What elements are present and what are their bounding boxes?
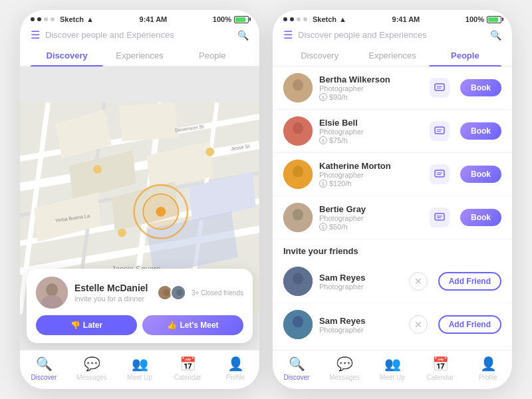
discover-icon-right: 🔍 bbox=[289, 356, 305, 372]
right-phone: Sketch ▲ 9:41 AM 100% ☰ Discover people … bbox=[273, 10, 512, 389]
person-info-bertha: Bertha Wilkerson Photographer $ $90/h bbox=[319, 74, 423, 101]
svg-marker-11 bbox=[118, 102, 178, 141]
person-row-sam1: Sam Reyes Photographer ✕ Add Friend bbox=[273, 260, 512, 303]
hamburger-icon[interactable]: ☰ bbox=[31, 29, 40, 41]
nav-discover-label: Discover bbox=[31, 374, 57, 381]
svg-point-50 bbox=[293, 166, 303, 178]
person-price-bertie: $ $50/h bbox=[319, 223, 423, 231]
battery-pct: 100% bbox=[213, 15, 231, 23]
thumb-up-icon: 👍 bbox=[167, 321, 177, 330]
tab-experiences-right[interactable]: Experiences bbox=[356, 45, 428, 66]
nav-messages-right[interactable]: 💬 Messages bbox=[321, 356, 368, 381]
wifi-icon: ▲ bbox=[339, 15, 346, 23]
nav-messages-label: Messages bbox=[76, 374, 107, 381]
person-info-katherine: Katherine Morton Photographer $ $120/h bbox=[319, 161, 423, 188]
person-info-elsie: Elsie Bell Photographer $ $75/h bbox=[319, 118, 423, 144]
message-button-katherine[interactable] bbox=[430, 164, 450, 184]
book-button-bertie[interactable]: Book bbox=[460, 209, 501, 226]
tab-experiences-left[interactable]: Experiences bbox=[103, 45, 176, 66]
time-label-right: 9:41 AM bbox=[392, 15, 420, 23]
signal-dot bbox=[283, 17, 287, 21]
dismiss-button-sam1[interactable]: ✕ bbox=[409, 272, 428, 291]
message-button-bertha[interactable] bbox=[430, 78, 450, 98]
svg-rect-52 bbox=[435, 170, 444, 177]
search-placeholder-left[interactable]: Discover people and Experiences bbox=[45, 30, 232, 40]
nav-discover-left[interactable]: 🔍 Discover bbox=[20, 356, 68, 381]
tab-people-left[interactable]: People bbox=[176, 45, 249, 66]
nav-profile-left[interactable]: 👤 Profile bbox=[211, 356, 259, 381]
book-button-elsie[interactable]: Book bbox=[460, 122, 501, 140]
svg-point-56 bbox=[293, 209, 303, 221]
person-name-bertie: Bertie Gray bbox=[319, 204, 423, 214]
message-button-bertie[interactable] bbox=[430, 207, 450, 227]
avatar-bertha bbox=[283, 73, 313, 102]
nav-calendar-label-right: Calendar bbox=[427, 374, 454, 381]
later-button[interactable]: 👎 Later bbox=[36, 315, 137, 335]
add-friend-button-sam2[interactable]: Add Friend bbox=[438, 315, 501, 334]
person-card: Estelle McDaniel invite you for a dinner… bbox=[27, 269, 253, 343]
svg-rect-46 bbox=[435, 127, 444, 134]
price-icon: $ bbox=[319, 136, 327, 144]
person-info-bertie: Bertie Gray Photographer $ $50/h bbox=[319, 204, 423, 231]
thumb-down-icon: 👎 bbox=[70, 321, 80, 330]
avatar-elsie bbox=[283, 116, 313, 146]
calendar-icon-right: 📅 bbox=[432, 356, 449, 372]
nav-messages-left[interactable]: 💬 Messages bbox=[68, 356, 116, 381]
status-left: Sketch ▲ bbox=[31, 15, 94, 23]
nav-meetup-left[interactable]: 👥 Meet Up bbox=[116, 356, 164, 381]
nav-profile-label: Profile bbox=[226, 374, 245, 381]
discover-icon: 🔍 bbox=[36, 356, 53, 372]
map-area: Stevenson St Jesse St Yerba Buena La Jes… bbox=[20, 66, 259, 350]
person-name-katherine: Katherine Morton bbox=[319, 161, 423, 171]
price-icon: $ bbox=[319, 93, 327, 101]
nav-messages-label-right: Messages bbox=[329, 374, 360, 381]
status-right-right: 100% bbox=[466, 15, 501, 23]
person-price-elsie: $ $75/h bbox=[319, 136, 423, 144]
search-icon-left[interactable]: 🔍 bbox=[237, 30, 249, 41]
friend-avatar bbox=[170, 285, 186, 301]
person-name-sam1: Sam Reyes bbox=[319, 273, 402, 283]
nav-discover-right[interactable]: 🔍 Discover bbox=[273, 356, 321, 381]
profile-icon: 👤 bbox=[227, 356, 244, 372]
search-icon-right[interactable]: 🔍 bbox=[490, 30, 501, 41]
card-top: Estelle McDaniel invite you for a dinner… bbox=[36, 277, 243, 309]
svg-point-20 bbox=[156, 207, 166, 217]
svg-rect-58 bbox=[435, 213, 444, 220]
book-button-katherine[interactable]: Book bbox=[460, 166, 501, 183]
nav-profile-right[interactable]: 👤 Profile bbox=[464, 356, 512, 381]
status-bar-right: Sketch ▲ 9:41 AM 100% bbox=[273, 10, 512, 26]
nav-calendar-left[interactable]: 📅 Calendar bbox=[164, 356, 211, 381]
lets-meet-button[interactable]: 👍 Let's Meet bbox=[142, 315, 243, 335]
signal-dot bbox=[37, 17, 41, 21]
tab-people-right[interactable]: People bbox=[429, 45, 501, 66]
svg-point-22 bbox=[206, 148, 215, 156]
add-friend-button-sam1[interactable]: Add Friend bbox=[438, 272, 501, 291]
time-label: 9:41 AM bbox=[140, 15, 168, 23]
card-actions: 👎 Later 👍 Let's Meet bbox=[36, 315, 243, 335]
person-role-bertie: Photographer bbox=[319, 214, 423, 222]
svg-point-44 bbox=[293, 122, 303, 134]
carrier-label: Sketch bbox=[60, 15, 84, 23]
svg-rect-40 bbox=[435, 84, 444, 90]
avatar-img bbox=[36, 277, 68, 309]
book-button-bertha[interactable]: Book bbox=[460, 79, 501, 96]
nav-meetup-right[interactable]: 👥 Meet Up bbox=[368, 356, 416, 381]
svg-point-21 bbox=[93, 165, 102, 174]
person-row-sam2: Sam Reyes Photographer ✕ Add Friend bbox=[273, 303, 512, 346]
dismiss-button-sam2[interactable]: ✕ bbox=[409, 315, 428, 334]
hamburger-icon-right[interactable]: ☰ bbox=[283, 29, 293, 41]
person-row-bertie: Bertie Gray Photographer $ $50/h Book bbox=[273, 196, 512, 239]
nav-calendar-right[interactable]: 📅 Calendar bbox=[416, 356, 464, 381]
message-button-elsie[interactable] bbox=[430, 121, 450, 141]
card-avatar bbox=[36, 277, 68, 309]
svg-point-65 bbox=[293, 316, 303, 328]
search-placeholder-right[interactable]: Discover people and Experiences bbox=[298, 30, 485, 40]
signal-dot bbox=[51, 17, 55, 21]
messages-icon: 💬 bbox=[84, 356, 100, 372]
bottom-nav-left: 🔍 Discover 💬 Messages 👥 Meet Up 📅 Calend… bbox=[20, 350, 259, 389]
tab-discovery-right[interactable]: Discovery bbox=[283, 45, 356, 66]
header-right: ☰ Discover people and Experiences 🔍 bbox=[273, 26, 512, 45]
price-value-katherine: $120/h bbox=[329, 180, 352, 188]
person-row-bertha: Bertha Wilkerson Photographer $ $90/h Bo… bbox=[273, 66, 512, 110]
tab-discovery-left[interactable]: Discovery bbox=[31, 45, 103, 66]
